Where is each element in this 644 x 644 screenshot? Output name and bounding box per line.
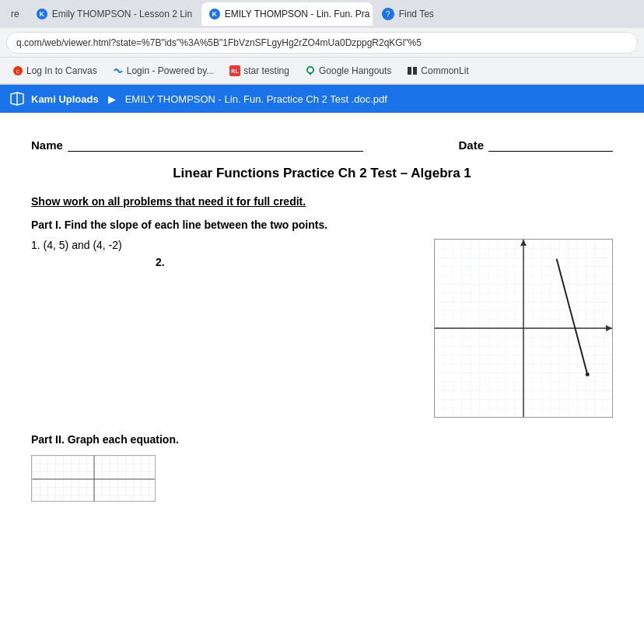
bookmark-star-label: star testing [243,65,289,76]
name-date-row: Name Date [31,136,613,152]
svg-text:C: C [16,69,20,74]
tab-find-test-label: Find Tes [399,9,434,19]
svg-rect-7 [413,67,417,75]
bottom-partial [31,455,613,502]
address-bar-row: q.com/web/viewer.html?state=%7B"ids"%3A%… [0,28,644,58]
wave-icon [113,65,124,76]
bookmark-login[interactable]: Login - Powered by... [107,63,221,79]
svg-point-17 [586,373,590,376]
date-line [488,136,613,152]
bookmarks-bar: C Log In to Canvas Login - Powered by...… [0,58,644,84]
document-area: Name Date Linear Functions Practice Ch 2… [0,113,644,644]
problem2-number: 2. [156,256,165,268]
tab-bar: re K Emily THOMPSON - Lesson 2 Lin ✕ K E… [0,0,644,28]
tab-re[interactable]: re [3,2,27,26]
instructions: Show work on all problems that need it f… [31,195,613,208]
svg-point-5 [308,68,313,72]
kami-uploads-label[interactable]: Kami Uploads [31,93,99,105]
tab-re-label: re [11,9,19,19]
bookmark-commonlit-label: CommonLit [421,65,468,76]
address-text: q.com/web/viewer.html?state=%7B"ids"%3A%… [16,37,422,48]
tab-emily-lesson2[interactable]: K Emily THOMPSON - Lesson 2 Lin ✕ [29,2,200,26]
graph-svg [435,240,612,417]
bookmark-hangouts-label: Google Hangouts [319,65,391,76]
graph-container [434,239,613,418]
filename-label: EMILY THOMPSON - Lin. Fun. Practice Ch 2… [125,93,387,105]
bookmark-hangouts[interactable]: Google Hangouts [299,63,397,79]
part2-header: Part II. Graph each equation. [31,433,613,446]
breadcrumb-arrow: ▶ [108,93,116,105]
name-line [68,136,363,152]
bookmark-commonlit[interactable]: CommonLit [401,63,474,79]
svg-text:RL: RL [232,68,240,74]
tab-emily-practice-label: EMILY THOMPSON - Lin. Fun. Pra [225,9,370,19]
date-section: Date [458,136,613,152]
date-label: Date [458,138,484,152]
part1-header: Part I. Find the slope of each line betw… [31,219,613,231]
tab-emily-practice[interactable]: K EMILY THOMPSON - Lin. Fun. Pra ✕ [201,2,373,26]
tab-find-test[interactable]: ? Find Tes [374,2,442,26]
hangouts-icon [305,65,316,76]
problem1: 1. (4, 5) and (4, -2) [31,239,165,251]
name-section: Name [31,136,443,152]
tab-emily-lesson2-favicon: K [37,9,47,19]
rl-icon: RL [229,65,240,76]
bookmark-canvas-label: Log In to Canvas [26,65,97,76]
bottom-graph-1 [31,455,156,502]
tab-emily-lesson2-label: Emily THOMPSON - Lesson 2 Lin [52,9,193,19]
address-bar[interactable]: q.com/web/viewer.html?state=%7B"ids"%3A%… [6,32,638,54]
kami-icon [9,91,25,107]
canvas-icon: C [12,65,23,76]
bookmark-login-label: Login - Powered by... [127,65,215,76]
commonlit-icon [407,65,418,76]
bookmark-canvas[interactable]: C Log In to Canvas [6,63,103,79]
tab-find-test-favicon: ? [382,8,394,20]
document-title: Linear Functions Practice Ch 2 Test – Al… [31,166,613,181]
svg-rect-6 [408,67,411,75]
file-bar: Kami Uploads ▶ EMILY THOMPSON - Lin. Fun… [0,85,644,113]
bookmark-star[interactable]: RL star testing [223,63,296,79]
tab-emily-practice-favicon: K [209,9,220,19]
name-label: Name [31,138,63,152]
